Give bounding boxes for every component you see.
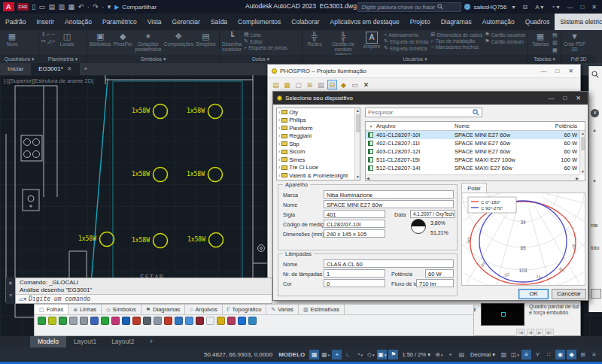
expand-arrow-icon[interactable]: ›	[278, 110, 280, 115]
phospro-button[interactable]: ◆PhosPro	[113, 32, 132, 47]
new-layout-button[interactable]: +	[141, 336, 160, 347]
new-project-icon[interactable]: ▤	[271, 80, 281, 89]
ribbon-tab-inserir[interactable]: Inserir	[31, 14, 59, 30]
scroll-right-icon[interactable]: ▶	[576, 176, 579, 180]
maximize-button[interactable]: □	[560, 95, 570, 102]
device-row[interactable]: 511-CL28207-15ISPACE MAXI E27 100w100 W	[366, 156, 585, 164]
palette-tool-icon-3[interactable]	[59, 317, 67, 325]
store-cart-icon[interactable]: ⊟	[521, 4, 531, 11]
ribbon-tab-colaborar[interactable]: Colaborar	[286, 14, 324, 30]
annotation-scale-chip[interactable]: 1:50 / 2% ▾	[400, 351, 433, 358]
restore-button[interactable]: □	[578, 4, 586, 11]
layout-tab-layout2[interactable]: Layout2	[104, 336, 141, 347]
panel-title[interactable]: Quadratura ▾	[0, 55, 38, 63]
tree-item[interactable]: ›Simes	[277, 156, 354, 164]
etiqueta-linhas2-button[interactable]: ✎Etiqueta de linhas	[384, 38, 429, 44]
symbol-thumbnail[interactable]	[481, 303, 524, 326]
expand-arrow-icon[interactable]: ›	[278, 126, 280, 131]
palette-tab-folhas[interactable]: ▢Folhas	[35, 305, 68, 314]
maximize-icon[interactable]: ⊞	[578, 350, 588, 359]
desenha-condutor-button[interactable]: ┗Desenha condutor	[222, 32, 242, 52]
annotation-visibility-icon[interactable]: ⚑	[388, 350, 398, 359]
close-button[interactable]: ✕	[565, 68, 576, 74]
device-row[interactable]: 403-CL28207-12ISPACE MINI E27 60w60 W	[366, 147, 585, 156]
etiqueta-sintetica-button[interactable]: ✎Etiqueta sintética	[384, 45, 429, 51]
isodraft-icon[interactable]: ◇ ▾	[366, 350, 375, 359]
panel-title[interactable]: Usuários ▾	[303, 55, 528, 63]
panel-title[interactable]: Símbolos ▾	[87, 55, 219, 63]
panel-title[interactable]: Planimetria ▾	[39, 55, 87, 63]
palette-tool-icon-16[interactable]	[196, 317, 204, 325]
palette-tool-icon-4[interactable]	[69, 317, 78, 325]
search-icon[interactable]	[591, 71, 599, 78]
lamp-color-field[interactable]: 0	[324, 279, 385, 287]
palette-tab-arquivos[interactable]: ○Arquivos	[185, 305, 222, 314]
scroll-up-icon[interactable]: ▲	[592, 128, 597, 132]
quick-properties-icon[interactable]: ▥	[499, 350, 509, 359]
lamp-nome-field[interactable]: CLAS A CL 60	[324, 259, 454, 268]
user-avatar-icon[interactable]	[464, 4, 470, 10]
polar-tracking-icon[interactable]: ◔ ▾	[354, 350, 364, 359]
scroll-up-icon[interactable]: ▲	[355, 108, 360, 114]
search-icon[interactable]	[437, 4, 443, 10]
etiqueta-linhas-button[interactable]: ⌐Etiqueta de linhas	[244, 45, 287, 50]
prev-page-button[interactable]: ◀	[527, 329, 534, 336]
scroll-down-icon[interactable]: ▼	[592, 179, 597, 184]
new-drawing-tab-button[interactable]: +	[80, 63, 93, 75]
expand-arrow-icon[interactable]: ›	[278, 133, 280, 138]
quick-access-toolbar[interactable]: ▯ ▭ ▤ ▥ ▦ ↶ · ↷ · ▾	[32, 3, 111, 11]
filter-icon[interactable]: ▼	[366, 124, 376, 129]
share-button[interactable]: Compartilhar	[122, 4, 157, 11]
palette-tool-icon-6[interactable]	[90, 317, 99, 325]
luminaire-circle[interactable]	[154, 168, 168, 182]
isolate-objects-icon[interactable]: ≡	[521, 350, 531, 359]
redes-button[interactable]: ╬Redes	[305, 32, 324, 47]
ribbon-tab-saída[interactable]: Saída	[205, 14, 233, 30]
tree-item[interactable]: ›Philips	[277, 117, 354, 125]
ampere-button[interactable]: AAmpère	[362, 32, 382, 49]
ribbon-tab-paramétrico[interactable]: Paramétrico	[97, 14, 142, 30]
partial-button[interactable]	[591, 289, 601, 299]
user-menu-caret-icon[interactable]: ▾	[510, 4, 518, 11]
biblioteca-button[interactable]: ▣Biblioteca	[90, 32, 111, 47]
scroll-down-icon[interactable]: ▼	[355, 174, 360, 180]
expand-arrow-icon[interactable]: ›	[278, 149, 280, 154]
units-chip[interactable]: Decimal ▾	[468, 351, 497, 358]
signed-in-user[interactable]: salesHQ756	[473, 4, 506, 11]
command-input[interactable]: ▭▾ Digite um comando	[16, 294, 272, 303]
marca-field[interactable]: Niba Illuminazione	[324, 190, 454, 199]
table-header[interactable]: ▼ Arquivo Nome Potência	[366, 122, 585, 131]
expand-arrow-icon[interactable]: ›	[278, 141, 280, 147]
lista-button[interactable]: ▤Lista	[244, 32, 287, 38]
close-tool-icon[interactable]: ✕	[361, 80, 371, 89]
units-list-icon[interactable]: ▤	[457, 350, 467, 359]
maximize-button[interactable]: □	[552, 68, 562, 74]
ribbon-tab-padrão[interactable]: Padrão	[0, 14, 31, 30]
palette-tool-icon-18[interactable]	[217, 317, 225, 325]
minimize-button[interactable]: —	[537, 68, 549, 74]
adensamento-button[interactable]: ⌁Adensamento	[384, 32, 429, 38]
ribbon-tab-aplicativos-em-destaque[interactable]: Aplicativos em destaque	[325, 14, 405, 30]
locais-button[interactable]: ◫Locais	[57, 32, 77, 47]
luminaire-circle[interactable]	[208, 105, 223, 119]
tree-item[interactable]: ›Sbp	[277, 140, 354, 148]
model-space-label[interactable]: MODELO	[278, 351, 305, 358]
tab-drawing[interactable]: EG3001*✕	[31, 63, 79, 75]
customize-menu-icon[interactable]: ≡	[589, 350, 599, 359]
ok-button[interactable]: OK	[518, 289, 549, 299]
composicoes-button[interactable]: ❖Composições	[164, 32, 193, 47]
autodesk-app-icon[interactable]: A ▾	[533, 4, 546, 11]
scroll-left-icon[interactable]: ◀	[366, 176, 369, 180]
palette-tool-icon-9[interactable]	[122, 317, 130, 325]
dimensoes-field[interactable]: 240 x 145 x 105	[324, 229, 385, 238]
minimize-button[interactable]: —	[545, 95, 557, 102]
close-button[interactable]: ✕	[573, 95, 584, 102]
palette-tool-icon-11[interactable]	[143, 317, 151, 325]
cancel-button[interactable]: Cancelar	[552, 289, 586, 299]
cartao-simbolo-button[interactable]: ⚑Cartão simbolo	[485, 38, 525, 44]
tabelas-button[interactable]: ▦Tabelas	[531, 32, 550, 47]
tree-item[interactable]: ›Valenti & Prometeolight	[277, 171, 354, 180]
planimetria-tools[interactable]: ↥ ⌐ −↦ ◿ ▪	[41, 32, 55, 44]
lamp-flux-field[interactable]: 710 lm	[416, 279, 454, 287]
clear-search-icon[interactable]: ✕	[591, 109, 599, 117]
